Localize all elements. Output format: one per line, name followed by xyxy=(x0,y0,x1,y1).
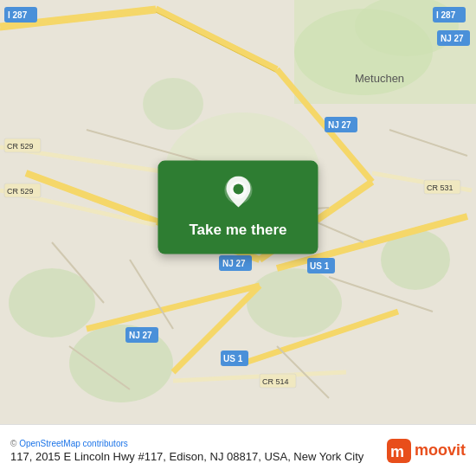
openstreetmap-link[interactable]: OpenStreetMap contributors xyxy=(19,439,128,448)
moovit-text: moovit xyxy=(415,441,466,460)
svg-text:CR 529: CR 529 xyxy=(7,142,34,151)
svg-text:Metuchen: Metuchen xyxy=(355,72,404,85)
bottom-bar: © OpenStreetMap contributors 117, 2015 E… xyxy=(0,424,476,476)
svg-text:US 1: US 1 xyxy=(310,261,330,271)
svg-text:NJ 27: NJ 27 xyxy=(129,331,152,340)
button-overlay: Take me there xyxy=(158,161,318,254)
svg-text:CR 514: CR 514 xyxy=(262,377,289,386)
svg-text:US 1: US 1 xyxy=(223,354,243,363)
svg-point-62 xyxy=(233,184,243,195)
svg-text:I 287: I 287 xyxy=(436,10,456,20)
button-label: Take me there xyxy=(189,222,286,239)
svg-text:I 287: I 287 xyxy=(8,10,28,20)
svg-text:CR 529: CR 529 xyxy=(7,187,34,196)
svg-text:NJ 27: NJ 27 xyxy=(328,120,351,130)
svg-text:m: m xyxy=(390,443,404,460)
svg-point-8 xyxy=(143,78,203,130)
svg-text:NJ 27: NJ 27 xyxy=(222,259,246,268)
take-me-there-button[interactable]: Take me there xyxy=(158,161,318,254)
bottom-left-info: © OpenStreetMap contributors 117, 2015 E… xyxy=(10,439,363,463)
svg-text:NJ 27: NJ 27 xyxy=(441,34,464,43)
map-container: I 287 CR 529 CR 529 CR 531 CR 514 xyxy=(0,0,476,424)
moovit-logo: m moovit xyxy=(387,439,466,463)
attribution-text: © OpenStreetMap contributors xyxy=(10,439,363,448)
moovit-icon: m xyxy=(387,439,411,463)
svg-text:CR 531: CR 531 xyxy=(427,183,453,192)
address-text: 117, 2015 E Lincoln Hwy #117, Edison, NJ… xyxy=(10,450,363,463)
svg-point-6 xyxy=(247,268,342,338)
location-pin-icon xyxy=(222,177,254,215)
